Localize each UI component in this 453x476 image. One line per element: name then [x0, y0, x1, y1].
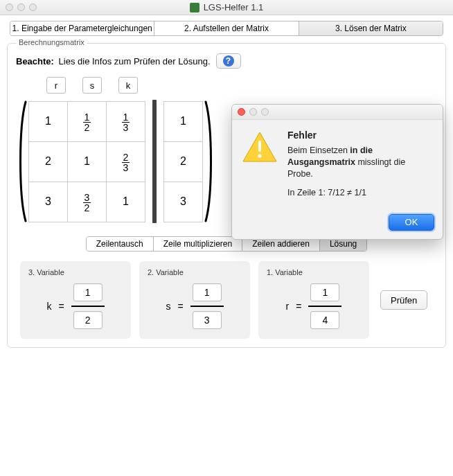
- denominator-r-input[interactable]: [310, 311, 339, 329]
- matrix-cell: 1: [29, 101, 68, 141]
- denominator-k-input[interactable]: [73, 311, 103, 329]
- symbol-s: s: [166, 301, 170, 312]
- matrix-cell: 1: [164, 101, 203, 141]
- dialog-text: Fehler Beim Einsetzen in die Ausgangsmat…: [287, 130, 432, 206]
- fraction-bar: [308, 306, 341, 307]
- tab-eingabe[interactable]: 1. Eingabe der Parametergleichungen: [10, 21, 154, 35]
- pruefen-button[interactable]: Prüfen: [380, 290, 427, 310]
- left-bracket-icon: [16, 99, 28, 224]
- tab-aufstellen[interactable]: 2. Aufstellen der Matrix: [154, 21, 299, 35]
- app-icon: [190, 3, 199, 12]
- matrix-separator: [152, 100, 157, 223]
- equation-k: k =: [28, 283, 123, 329]
- dialog-minimize-icon: [249, 108, 257, 116]
- fraction-bar: [190, 306, 224, 307]
- equation-s: s =: [148, 283, 242, 329]
- right-bracket-icon: [203, 99, 215, 224]
- error-dialog: Fehler Beim Einsetzen in die Ausgangsmat…: [231, 104, 443, 240]
- matrix-cell: 23: [107, 141, 145, 182]
- matrix-cell: 12: [68, 101, 107, 141]
- equals-r: =: [296, 301, 301, 312]
- dialog-zoom-icon: [261, 108, 269, 116]
- group-title: Berechnungsmatrix: [16, 38, 87, 46]
- svg-point-2: [258, 154, 261, 157]
- info-body: Lies die Infos zum Prüfen der Lösung.: [59, 56, 211, 67]
- help-icon: ?: [223, 55, 234, 67]
- matrix-cell: 3: [164, 182, 203, 222]
- dialog-actions: OK: [232, 214, 443, 239]
- dialog-line2: In Zeile 1: 7/12 ≠ 1/1: [287, 187, 432, 199]
- var-header-k: k: [118, 77, 138, 94]
- matrix-cell: 1: [107, 182, 145, 222]
- matrix-cell: 32: [68, 182, 107, 222]
- symbol-r: r: [286, 301, 290, 312]
- window-title: LGS-Helfer 1.1: [0, 2, 453, 12]
- var-header-r: r: [46, 77, 66, 94]
- titlebar: LGS-Helfer 1.1: [0, 0, 453, 15]
- matrix-right: 123: [163, 101, 203, 222]
- matrix-cell: 2: [164, 141, 203, 182]
- numerator-s-input[interactable]: [193, 283, 222, 301]
- equals-k: =: [58, 301, 64, 312]
- panel-variable-2: 2. Variable s =: [139, 261, 250, 339]
- variable-headers: r s k: [46, 77, 437, 94]
- dialog-line1: Beim Einsetzen in die Ausgangsmatrix mis…: [287, 145, 432, 180]
- subtab-zeilentausch[interactable]: Zeilentausch: [87, 237, 154, 251]
- dialog-line1a: Beim Einsetzen: [287, 146, 350, 155]
- matrix-left: 1121321233321: [28, 101, 145, 222]
- help-button[interactable]: ?: [216, 53, 241, 69]
- numerator-r-input[interactable]: [310, 283, 339, 301]
- dialog-close-icon[interactable]: [238, 108, 245, 116]
- ok-button[interactable]: OK: [389, 214, 434, 231]
- main-tabs: 1. Eingabe der Parametergleichungen 2. A…: [10, 21, 443, 36]
- symbol-k: k: [46, 301, 51, 312]
- info-bold: Beachte:: [16, 56, 54, 67]
- panel-variable-1: 1. Variable r =: [258, 261, 369, 339]
- matrix-cell: 3: [29, 182, 68, 222]
- panel-label-1: 1. Variable: [267, 268, 361, 276]
- matrix-cell: 1: [68, 141, 107, 182]
- panel-label-3: 3. Variable: [28, 268, 123, 276]
- tab-loesen[interactable]: 3. Lösen der Matrix: [299, 21, 443, 35]
- subtab-multiplizieren[interactable]: Zeile multiplizieren: [154, 237, 242, 251]
- equals-s: =: [177, 301, 183, 312]
- warning-icon: [242, 130, 278, 166]
- fraction-s: [190, 283, 224, 329]
- equation-r: r =: [267, 283, 361, 329]
- dialog-title: Fehler: [287, 130, 432, 141]
- denominator-s-input[interactable]: [193, 311, 222, 329]
- panel-variable-3: 3. Variable k =: [20, 261, 131, 339]
- info-text: Beachte: Lies die Infos zum Prüfen der L…: [16, 56, 211, 67]
- numerator-k-input[interactable]: [73, 283, 103, 301]
- svg-rect-1: [258, 141, 261, 152]
- fraction-k: [71, 283, 105, 329]
- fraction-r: [308, 283, 341, 329]
- var-header-s: s: [82, 77, 102, 94]
- matrix-cell: 2: [29, 141, 68, 182]
- dialog-titlebar: [232, 105, 443, 120]
- matrix-cell: 13: [107, 101, 145, 141]
- dialog-body: Fehler Beim Einsetzen in die Ausgangsmat…: [232, 120, 443, 214]
- solution-row: 3. Variable k = 2. Variable s =: [16, 261, 437, 339]
- fraction-bar: [71, 306, 105, 307]
- panel-label-2: 2. Variable: [148, 268, 242, 276]
- info-row: Beachte: Lies die Infos zum Prüfen der L…: [16, 53, 437, 69]
- window-title-text: LGS-Helfer 1.1: [204, 2, 264, 12]
